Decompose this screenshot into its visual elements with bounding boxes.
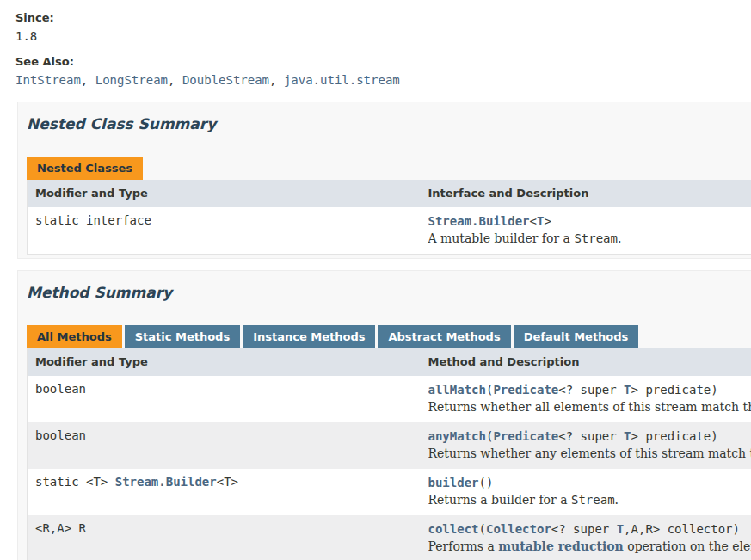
text-fragment: Returns a builder for a	[428, 493, 571, 507]
code-link[interactable]: Predicate	[493, 429, 558, 443]
code-link[interactable]: java.util.stream	[284, 73, 400, 87]
column-header-method-and-description: Method and Description	[421, 348, 751, 376]
text-fragment: > predicate)	[631, 383, 718, 397]
code-link[interactable]: collect	[428, 522, 479, 536]
method-summary-title: Method Summary	[27, 284, 751, 301]
nested-class-summary-section: Nested Class Summary Nested Classes Modi…	[17, 102, 751, 259]
see-also-label: See Also:	[15, 55, 736, 68]
text-fragment: <? super	[558, 383, 624, 397]
code-link[interactable]: Stream.Builder	[428, 214, 530, 228]
nested-classes-table: Modifier and Type Interface and Descript…	[27, 180, 751, 255]
table-row: <R,A> Rcollect(Collector<? super T,A,R> …	[28, 515, 751, 560]
text-fragment: <T>	[217, 475, 238, 489]
text-fragment: ()	[479, 476, 494, 489]
modifier-and-type-cell: boolean	[28, 376, 421, 422]
method-summary-section: Method Summary All MethodsStatic Methods…	[17, 270, 751, 560]
code-link[interactable]: LongStream	[95, 73, 168, 87]
text-fragment: Returns whether any elements of this str…	[428, 446, 751, 460]
member-description: Returns whether any elements of this str…	[428, 446, 751, 462]
table-header-row: Modifier and Type Interface and Descript…	[28, 180, 751, 207]
code-link[interactable]: builder	[428, 476, 479, 489]
description-cell: allMatch(Predicate<? super T> predicate)…	[421, 376, 751, 422]
text-fragment: Returns whether all elements of this str…	[428, 400, 751, 414]
nested-class-summary-title: Nested Class Summary	[27, 115, 751, 132]
code-link[interactable]: IntStream	[15, 73, 81, 87]
code-link[interactable]: Stream.Builder	[115, 475, 217, 489]
table-row: booleanallMatch(Predicate<? super T> pre…	[28, 376, 751, 422]
member-signature: anyMatch(Predicate<? super T> predicate)	[428, 428, 751, 444]
code-link[interactable]: DoubleStream	[182, 73, 269, 87]
tab-static-methods[interactable]: Static Methods	[125, 325, 240, 348]
tab-default-methods[interactable]: Default Methods	[514, 325, 639, 348]
tab-nested-classes[interactable]: Nested Classes	[27, 157, 143, 180]
text-fragment: <	[530, 214, 537, 228]
text-fragment: A mutable builder for a	[428, 231, 575, 245]
table-row: booleananyMatch(Predicate<? super T> pre…	[28, 422, 751, 469]
since-label: Since:	[15, 11, 736, 24]
text-fragment: ,A,R> collector)	[624, 522, 740, 536]
text-fragment: ,	[168, 73, 182, 87]
code-link[interactable]: allMatch	[428, 383, 486, 397]
text-fragment: <? super	[551, 522, 617, 536]
table-row: static interfaceStream.Builder<T>A mutab…	[28, 207, 751, 255]
code-link[interactable]: Collector	[486, 522, 551, 536]
text-fragment: > predicate)	[631, 429, 718, 443]
methods-table: Modifier and Type Method and Description…	[27, 348, 751, 560]
code-link[interactable]: Predicate	[493, 383, 558, 397]
text-fragment: (	[479, 522, 486, 536]
method-summary-tabs: All MethodsStatic MethodsInstance Method…	[27, 325, 751, 348]
see-also-links: IntStream, LongStream, DoubleStream, jav…	[15, 73, 736, 87]
text-fragment: .	[615, 493, 619, 507]
text-fragment: ,	[81, 73, 95, 87]
description-cell: anyMatch(Predicate<? super T> predicate)…	[421, 422, 751, 469]
tab-instance-methods[interactable]: Instance Methods	[243, 325, 375, 348]
text-fragment: boolean	[35, 428, 86, 442]
member-description: A mutable builder for a Stream.	[428, 231, 751, 247]
since-value: 1.8	[15, 29, 736, 43]
table-header-row: Modifier and Type Method and Description	[28, 348, 751, 376]
text-fragment: static interface	[35, 213, 151, 227]
modifier-and-type-cell: static interface	[28, 207, 421, 255]
text-fragment: .	[618, 231, 621, 245]
modifier-and-type-cell: <R,A> R	[28, 515, 421, 560]
code-link[interactable]: anyMatch	[428, 429, 486, 443]
javadoc-page: Since: 1.8 See Also: IntStream, LongStre…	[0, 0, 751, 560]
modifier-and-type-cell: static <T> Stream.Builder<T>	[28, 469, 421, 515]
description-cell: collect(Collector<? super T,A,R> collect…	[421, 515, 751, 560]
tab-all-methods[interactable]: All Methods	[27, 325, 122, 348]
member-description: Performs a mutable reduction operation o…	[428, 538, 751, 555]
text-link[interactable]: mutable reduction	[498, 539, 624, 553]
column-header-modifier-and-type: Modifier and Type	[28, 348, 421, 376]
column-header-modifier-and-type: Modifier and Type	[28, 180, 421, 207]
member-description: Returns a builder for a Stream.	[428, 492, 751, 508]
text-fragment: Stream	[574, 231, 618, 245]
code-link[interactable]: T	[624, 383, 631, 397]
member-signature: collect(Collector<? super T,A,R> collect…	[428, 521, 751, 537]
text-fragment: <R,A> R	[35, 521, 86, 535]
text-fragment: <? super	[558, 429, 624, 443]
text-fragment: Stream	[571, 493, 615, 507]
member-description: Returns whether all elements of this str…	[428, 399, 751, 415]
tab-abstract-methods[interactable]: Abstract Methods	[378, 325, 510, 348]
modifier-and-type-cell: boolean	[28, 422, 421, 469]
member-signature: builder()	[428, 475, 751, 490]
column-header-interface-and-description: Interface and Description	[421, 180, 751, 207]
table-row: static <T> Stream.Builder<T>builder()Ret…	[28, 469, 751, 515]
code-link[interactable]: T	[624, 429, 631, 443]
text-fragment: Performs a	[428, 539, 499, 553]
text-fragment: static <T>	[35, 475, 115, 489]
text-fragment: operation on the elements of this stream…	[624, 539, 751, 553]
nested-class-summary-tabs: Nested Classes	[27, 157, 751, 180]
text-fragment: >	[544, 214, 551, 228]
class-details-block: Since: 1.8 See Also: IntStream, LongStre…	[15, 11, 736, 87]
description-cell: Stream.Builder<T>A mutable builder for a…	[421, 207, 751, 255]
member-signature: Stream.Builder<T>	[428, 213, 751, 229]
description-cell: builder()Returns a builder for a Stream.	[421, 469, 751, 515]
member-signature: allMatch(Predicate<? super T> predicate)	[428, 382, 751, 397]
text-fragment: boolean	[35, 382, 86, 396]
code-link[interactable]: T	[617, 522, 624, 536]
text-fragment: ,	[269, 73, 284, 87]
